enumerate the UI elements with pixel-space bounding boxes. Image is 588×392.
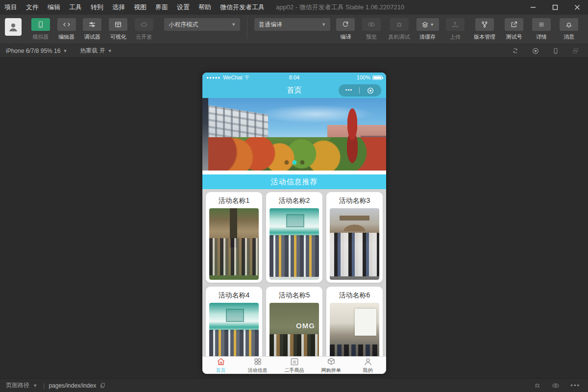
battery-icon [372, 75, 382, 80]
four-circles-icon [253, 357, 263, 367]
page-path-selector[interactable]: 页面路径 ▼ [6, 381, 39, 390]
menu-tools[interactable]: 工具 [65, 3, 86, 12]
carousel-dot-active[interactable] [292, 160, 296, 165]
list-icon [532, 18, 551, 31]
device-debug-button[interactable]: 真机调试 [385, 18, 413, 41]
activity-card[interactable]: 活动名称3 [326, 192, 383, 283]
editor-label: 编辑器 [58, 33, 74, 41]
tab-home[interactable]: 首页 [202, 357, 239, 374]
banner-carousel[interactable] [202, 98, 386, 171]
code-icon [57, 18, 76, 31]
carousel-dot[interactable] [284, 160, 289, 165]
person-icon [363, 357, 373, 367]
carrier-label: WeChat [223, 74, 243, 80]
menu-view[interactable]: 视图 [129, 3, 151, 12]
menu-settings[interactable]: 设置 [172, 3, 194, 12]
spacer [202, 171, 386, 174]
maximize-button[interactable] [544, 0, 566, 15]
compile-label: 编译 [340, 33, 351, 41]
details-label: 详情 [536, 33, 547, 41]
carousel-dot[interactable] [300, 160, 304, 165]
visibility-eye-button[interactable] [552, 382, 560, 390]
mode-select[interactable]: 小程序模式 ▼ [164, 18, 240, 31]
menu-goto[interactable]: 转到 [86, 3, 108, 12]
debug-bug-button[interactable] [534, 382, 541, 389]
eye-icon [362, 18, 381, 31]
menu-edit[interactable]: 编辑 [43, 3, 65, 12]
chevron-down-icon: ▼ [33, 383, 37, 388]
activity-card-grid: 活动名称1 活动名称2 活动名称3 活动名称4 活动名称5 [202, 189, 386, 374]
copy-path-button[interactable] [99, 382, 106, 389]
home-icon [216, 357, 226, 367]
menu-devtools[interactable]: 微信开发者工具 [216, 3, 269, 12]
editor-toggle[interactable]: 编辑器 [54, 18, 79, 41]
device-selector[interactable]: iPhone 6/7/8 95% 16 ▼ [6, 48, 67, 54]
visualization-label: 可视化 [110, 33, 126, 41]
box-icon [326, 357, 336, 367]
avatar[interactable] [5, 18, 22, 36]
activity-title: 活动名称1 [209, 195, 259, 208]
tab-profile[interactable]: 我的 [349, 357, 386, 374]
hot-reload-value: 热重载 开 [80, 47, 105, 55]
activity-card[interactable]: 活动名称2 [266, 192, 322, 283]
visualization-toggle[interactable]: 可视化 [106, 18, 131, 41]
device-bar: iPhone 6/7/8 95% 16 ▼ 热重载 开 ▼ [0, 44, 588, 58]
messages-label: 消息 [564, 33, 574, 41]
minimize-button[interactable] [522, 0, 544, 15]
toolbar: 模拟器 编辑器 调试器 可视化 云开发 小程序模式 ▼ 普通编译 ▼ [0, 15, 588, 44]
details-button[interactable]: 详情 [528, 18, 555, 41]
clear-cache-button[interactable]: ▼ 清缓存 [415, 18, 441, 41]
version-management-button[interactable]: 版本管理 [469, 18, 500, 41]
menu-select[interactable]: 选择 [108, 3, 129, 12]
activity-card[interactable]: 活动名称1 [206, 192, 262, 283]
tab-bar: 首页 活动信息 二手商品 网购拼单 我的 [202, 356, 386, 374]
signal-dots: ●●●●● [206, 75, 220, 80]
rotate-refresh-button[interactable] [512, 47, 519, 54]
activity-title: 活动名称3 [330, 195, 379, 208]
messages-button[interactable]: 消息 [556, 18, 582, 41]
device-frame-button[interactable] [552, 48, 559, 54]
tab-activity-info[interactable]: 活动信息 [239, 357, 276, 374]
hot-reload-toggle[interactable]: 热重载 开 ▼ [80, 47, 112, 55]
menu-project[interactable]: 项目 [0, 3, 22, 12]
compile-mode-select[interactable]: 普通编译 ▼ [254, 18, 330, 31]
activity-title: 活动名称4 [209, 290, 259, 303]
simulator-toggle[interactable]: 模拟器 [28, 18, 53, 41]
statusbar-divider: | [43, 382, 45, 389]
exit-target-icon[interactable] [367, 87, 374, 95]
menu-interface[interactable]: 界面 [151, 3, 172, 12]
red-tree [344, 107, 361, 165]
compile-mode-value: 普通编译 [259, 21, 282, 29]
menu-help[interactable]: 帮助 [194, 3, 216, 12]
close-button[interactable] [566, 0, 588, 15]
cloud-dev-label: 云开发 [136, 33, 152, 41]
compile-button[interactable]: 编译 [333, 18, 358, 41]
preview-button[interactable]: 预览 [359, 18, 384, 41]
capsule-menu: ••• [339, 84, 381, 97]
cloud-dev-toggle[interactable]: 云开发 [131, 18, 156, 41]
tab-secondhand-goods[interactable]: 二手商品 [276, 357, 313, 374]
more-icon[interactable]: ••• [345, 90, 353, 91]
multi-window-button[interactable] [572, 47, 579, 54]
debugger-toggle[interactable]: 调试器 [80, 18, 105, 41]
git-branch-icon [475, 18, 494, 31]
chevron-down-icon: ▼ [108, 49, 112, 53]
battery-percent: 100% [357, 74, 370, 80]
tab-group-buying[interactable]: 网购拼单 [313, 357, 349, 374]
test-account-button[interactable]: 测试号 [501, 18, 527, 41]
current-page-path: pages/index/index [49, 382, 96, 389]
tab-label: 活动信息 [248, 367, 268, 374]
record-button[interactable] [532, 47, 539, 55]
phone-icon [31, 18, 50, 31]
clear-cache-label: 清缓存 [419, 33, 436, 41]
upload-button[interactable]: 上传 [442, 18, 468, 41]
activity-title: 活动名称2 [270, 195, 319, 208]
layers-icon: ▼ [416, 18, 439, 31]
activity-photo [209, 208, 259, 280]
more-options-button[interactable]: ••• [570, 382, 580, 389]
chevron-down-icon: ▼ [63, 49, 67, 53]
tab-label: 首页 [216, 367, 226, 374]
menu-file[interactable]: 文件 [22, 3, 43, 12]
bell-icon [560, 18, 578, 31]
activity-title: 活动名称5 [270, 290, 319, 303]
